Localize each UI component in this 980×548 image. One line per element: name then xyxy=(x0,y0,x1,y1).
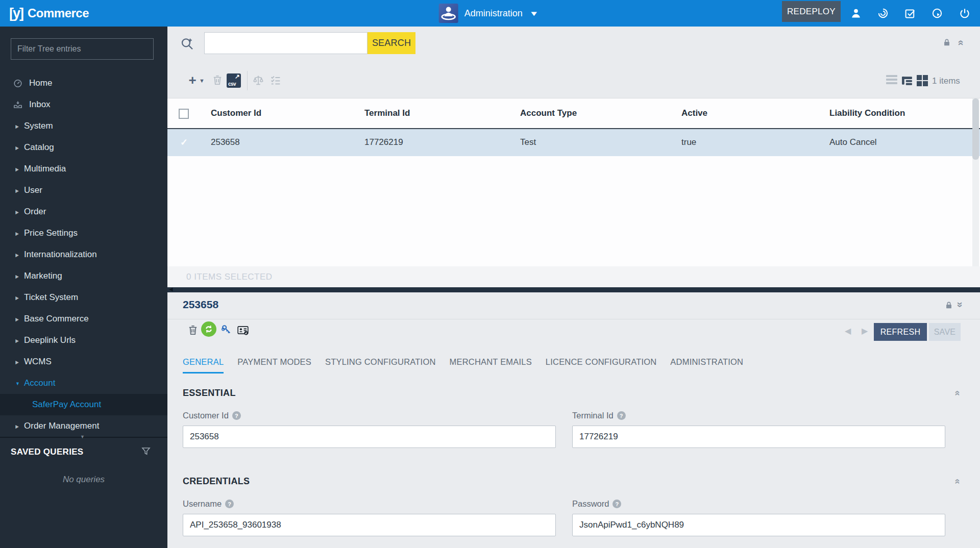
user-account-icon[interactable] xyxy=(850,7,862,19)
tab-merchant-emails[interactable]: MERCHANT EMAILS xyxy=(450,357,532,373)
certificate-id-icon[interactable] xyxy=(237,324,250,337)
tab-licence-configuration[interactable]: LICENCE CONFIGURATION xyxy=(546,357,657,373)
expand-arrow-icon[interactable]: ▶ xyxy=(15,424,23,429)
expand-arrow-icon[interactable]: ▶ xyxy=(15,338,23,343)
tab-payment-modes[interactable]: PAYMENT MODES xyxy=(237,357,311,373)
username-field[interactable] xyxy=(183,514,556,536)
sidebar-item-account[interactable]: ▼ Account xyxy=(0,372,167,394)
select-all-checkbox[interactable] xyxy=(179,109,189,119)
sidebar-item-saferpay-account[interactable]: SaferPay Account xyxy=(0,394,167,415)
section-title-credentials: CREDENTIALS xyxy=(183,476,250,487)
expand-arrow-icon[interactable]: ▶ xyxy=(15,145,23,150)
create-item-icon[interactable]: + xyxy=(186,74,199,87)
help-question-icon[interactable]: ? xyxy=(232,411,241,420)
sidebar-item-multimedia[interactable]: ▶ Multimedia xyxy=(0,158,167,180)
expand-arrow-icon[interactable]: ▶ xyxy=(15,231,23,236)
password-field[interactable] xyxy=(572,514,945,536)
search-button[interactable]: SEARCH xyxy=(368,32,415,54)
search-input[interactable] xyxy=(204,32,368,54)
cell-terminal-id: 17726219 xyxy=(364,137,403,147)
tasks-checkbox-icon[interactable] xyxy=(904,7,916,19)
sidebar-item-system[interactable]: ▶ System xyxy=(0,115,167,137)
editor-tabs: GENERAL PAYMENT MODES STYLING CONFIGURAT… xyxy=(183,357,743,373)
repeat-search-icon[interactable] xyxy=(180,36,195,51)
perspective-selector[interactable]: Administration ▼ xyxy=(439,0,537,27)
sidebar-item-marketing[interactable]: ▶ Marketing xyxy=(0,265,167,287)
history-icon[interactable] xyxy=(877,7,889,19)
credentials-keys-icon[interactable] xyxy=(220,324,234,337)
logout-power-icon[interactable] xyxy=(959,7,971,19)
sidebar-item-order[interactable]: ▶ Order xyxy=(0,201,167,222)
sidebar-item-label: Order xyxy=(24,207,46,217)
customer-id-field[interactable] xyxy=(183,426,556,448)
collapse-section-chevron-icon[interactable]: » xyxy=(953,477,959,486)
help-question-icon[interactable]: ? xyxy=(617,411,626,420)
column-header[interactable]: Active xyxy=(681,108,707,118)
next-item-arrow-icon[interactable]: ▶ xyxy=(862,326,868,336)
help-question-icon[interactable]: ? xyxy=(225,500,234,508)
sync-item-icon[interactable] xyxy=(201,321,216,337)
export-arrow-glyph: ↗ xyxy=(235,73,240,80)
collapse-section-chevron-icon[interactable]: » xyxy=(953,388,959,398)
table-scrollbar[interactable] xyxy=(972,98,979,266)
expand-arrow-icon[interactable]: ▶ xyxy=(15,273,23,279)
session-language-icon[interactable] xyxy=(931,7,943,19)
splitter-handle-icon[interactable]: ◀ xyxy=(169,286,173,292)
tab-administration[interactable]: ADMINISTRATION xyxy=(670,357,743,373)
sidebar-item-home[interactable]: Home xyxy=(0,72,167,94)
sidebar-item-deeplink-urls[interactable]: ▶ Deeplink Urls xyxy=(0,330,167,351)
sidebar-item-inbox[interactable]: Inbox xyxy=(0,94,167,115)
tree-filter-input[interactable] xyxy=(11,38,154,60)
sidebar-item-base-commerce[interactable]: ▶ Base Commerce xyxy=(0,308,167,330)
expand-arrow-icon[interactable]: ▶ xyxy=(15,252,23,257)
expand-arrow-icon[interactable]: ▶ xyxy=(15,166,23,171)
lock-icon xyxy=(944,301,954,311)
delete-item-icon[interactable] xyxy=(187,324,200,337)
editor-title: 253658 xyxy=(183,298,218,311)
column-header[interactable]: Account Type xyxy=(520,108,577,118)
collapse-arrow-icon[interactable]: ▼ xyxy=(15,381,23,386)
expand-arrow-icon[interactable]: ▶ xyxy=(15,209,23,214)
column-header[interactable]: Terminal Id xyxy=(364,108,410,118)
previous-item-arrow-icon[interactable]: ◀ xyxy=(845,326,851,336)
expand-arrow-icon[interactable]: ▶ xyxy=(15,123,23,129)
expand-arrow-icon[interactable]: ▶ xyxy=(15,295,23,300)
bulk-edit-checklist-icon[interactable] xyxy=(270,74,283,87)
sidebar-item-order-management[interactable]: ▶ Order Management xyxy=(0,415,167,437)
sidebar-item-ticket-system[interactable]: ▶ Ticket System xyxy=(0,287,167,308)
tab-styling-configuration[interactable]: STYLING CONFIGURATION xyxy=(325,357,436,373)
expand-arrow-icon[interactable]: ▶ xyxy=(15,188,23,193)
sidebar-item-catalog[interactable]: ▶ Catalog xyxy=(0,137,167,158)
column-header[interactable]: Customer Id xyxy=(211,108,261,118)
grid-view-icon[interactable] xyxy=(917,75,928,86)
redeploy-button[interactable]: REDEPLOY xyxy=(782,1,841,22)
divider-collapse-handle-icon[interactable]: ▼ xyxy=(80,434,85,439)
tab-general[interactable]: GENERAL xyxy=(183,357,224,373)
column-header[interactable]: Liability Condition xyxy=(829,108,905,118)
help-question-icon[interactable]: ? xyxy=(612,500,621,508)
sidebar-item-price-settings[interactable]: ▶ Price Settings xyxy=(0,222,167,244)
delete-items-icon[interactable] xyxy=(211,74,225,87)
tree-view-icon[interactable] xyxy=(901,75,913,86)
selection-status-text: 0 ITEMS SELECTED xyxy=(186,272,273,282)
compare-items-icon[interactable] xyxy=(252,74,265,87)
expand-arrow-icon[interactable]: ▶ xyxy=(15,359,23,364)
sidebar-item-wcms[interactable]: ▶ WCMS xyxy=(0,351,167,372)
sidebar-item-internationalization[interactable]: ▶ Internationalization xyxy=(0,244,167,265)
collapse-panel-chevron-icon[interactable]: » xyxy=(957,38,962,48)
expand-arrow-icon[interactable]: ▶ xyxy=(15,316,23,321)
refresh-button[interactable]: REFRESH xyxy=(874,323,927,341)
panel-splitter[interactable]: ◀ xyxy=(167,287,980,292)
results-table: Customer Id Terminal Id Account Type Act… xyxy=(167,98,980,266)
filter-funnel-icon[interactable] xyxy=(141,446,151,456)
save-button[interactable]: SAVE xyxy=(929,323,961,341)
selection-status-bar: 0 ITEMS SELECTED xyxy=(167,266,980,287)
export-csv-icon[interactable]: ↗ csv xyxy=(227,73,241,88)
scrollbar-thumb[interactable] xyxy=(972,98,979,160)
collapse-editor-chevron-icon[interactable]: » xyxy=(958,300,963,310)
create-dropdown-caret-icon[interactable]: ▼ xyxy=(199,74,206,87)
list-view-icon[interactable] xyxy=(886,75,897,86)
sidebar-item-user[interactable]: ▶ User xyxy=(0,180,167,201)
terminal-id-field[interactable] xyxy=(572,426,945,448)
table-row[interactable]: ✓ 253658 17726219 Test true Auto Cancel xyxy=(167,129,980,156)
